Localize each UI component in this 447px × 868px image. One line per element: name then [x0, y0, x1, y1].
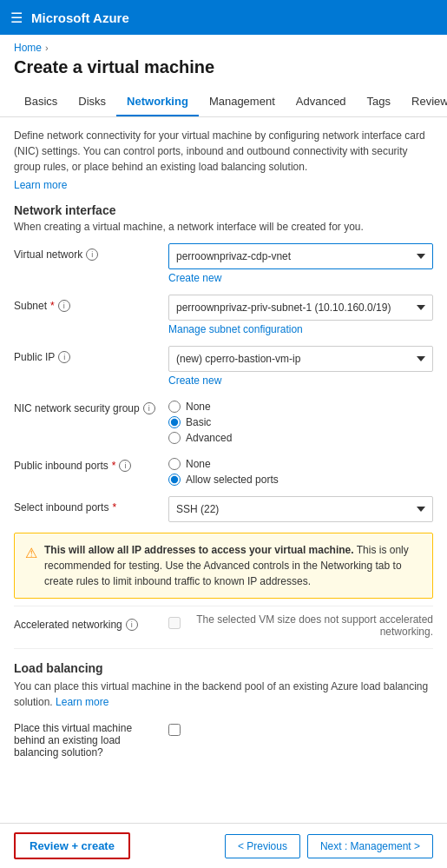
select-inbound-ports-label: Select inbound ports * [14, 496, 161, 514]
load-balancing-checkbox-control [168, 720, 181, 739]
previous-button[interactable]: < Previous [225, 834, 300, 858]
nic-nsg-basic[interactable]: Basic [168, 416, 433, 428]
warning-box: ⚠ This will allow all IP addresses to ac… [14, 533, 433, 599]
public-inbound-ports-row: Public inbound ports * i None Allow sele… [14, 454, 433, 486]
pip-info-icon[interactable]: i [119, 460, 131, 472]
accelerated-networking-row: Accelerated networking i The selected VM… [14, 613, 433, 638]
breadcrumb-separator: › [45, 43, 49, 53]
tab-review-create[interactable]: Review + create [401, 88, 447, 116]
network-interface-subtext: When creating a virtual machine, a netwo… [14, 221, 433, 233]
breadcrumb: Home › [0, 35, 447, 57]
next-button[interactable]: Next : Management > [307, 834, 433, 858]
topbar: ☰ Microsoft Azure [0, 0, 447, 35]
virtual-network-info-icon[interactable]: i [86, 248, 98, 261]
virtual-network-create-new[interactable]: Create new [168, 272, 433, 284]
app-title: Microsoft Azure [31, 10, 129, 25]
public-ip-create-new[interactable]: Create new [168, 374, 433, 387]
pip-required: * [112, 460, 116, 472]
tab-tags[interactable]: Tags [357, 88, 401, 116]
select-inbound-ports-row: Select inbound ports * SSH (22) [14, 496, 433, 522]
public-ip-row: Public IP i (new) cperro-bastion-vm-ip C… [14, 346, 433, 387]
virtual-network-control: perroownprivaz-cdp-vnet Create new [168, 243, 433, 284]
nic-nsg-label: NIC network security group i [14, 397, 161, 414]
nic-nsg-row: NIC network security group i None Basic … [14, 397, 433, 444]
nic-nsg-advanced[interactable]: Advanced [168, 432, 433, 444]
tab-disks[interactable]: Disks [68, 88, 116, 116]
accelerated-networking-control: The selected VM size does not support ac… [168, 613, 433, 638]
nav-buttons: < Previous Next : Management > [225, 834, 433, 858]
nic-nsg-radio-group: None Basic Advanced [168, 397, 433, 444]
subnet-info-icon[interactable]: i [58, 300, 70, 312]
load-balancing-checkbox[interactable] [168, 724, 181, 736]
tab-networking[interactable]: Networking [116, 88, 199, 116]
virtual-network-row: Virtual network i perroownprivaz-cdp-vne… [14, 243, 433, 284]
public-inbound-ports-control: None Allow selected ports [168, 454, 433, 486]
manage-subnet-link[interactable]: Manage subnet configuration [168, 323, 433, 335]
page-title: Create a virtual machine [0, 57, 447, 88]
bottom-bar: Review + create < Previous Next : Manage… [0, 823, 447, 868]
load-balancing-checkbox-label: Place this virtual machine behind an exi… [14, 720, 161, 759]
public-ip-control: (new) cperro-bastion-vm-ip Create new [168, 346, 433, 387]
main-content: Define network connectivity for your vir… [0, 117, 447, 821]
public-inbound-ports-radio-group: None Allow selected ports [168, 454, 433, 486]
load-balancing-checkbox-row: Place this virtual machine behind an exi… [14, 720, 433, 759]
subnet-select[interactable]: perroownprivaz-priv-subnet-1 (10.10.160.… [168, 295, 433, 321]
subnet-required: * [50, 300, 55, 312]
breadcrumb-home[interactable]: Home [14, 42, 42, 54]
pip-allow-selected[interactable]: Allow selected ports [168, 474, 433, 486]
subnet-row: Subnet * i perroownprivaz-priv-subnet-1 … [14, 295, 433, 335]
select-inbound-ports-control: SSH (22) [168, 496, 433, 522]
nic-nsg-control: None Basic Advanced [168, 397, 433, 444]
network-interface-header: Network interface [14, 203, 433, 217]
virtual-network-select[interactable]: perroownprivaz-cdp-vnet [168, 243, 433, 269]
public-inbound-ports-label: Public inbound ports * i [14, 454, 161, 472]
public-ip-label: Public IP i [14, 346, 161, 363]
load-balancing-learn-more[interactable]: Learn more [56, 696, 108, 708]
nic-nsg-info-icon[interactable]: i [143, 402, 155, 414]
public-ip-select[interactable]: (new) cperro-bastion-vm-ip [168, 346, 433, 372]
tab-navigation: Basics Disks Networking Management Advan… [0, 88, 447, 117]
sip-required: * [112, 501, 116, 514]
nic-description: Define network connectivity for your vir… [14, 128, 433, 175]
load-balancing-description: You can place this virtual machine in th… [14, 679, 433, 710]
virtual-network-label: Virtual network i [14, 243, 161, 261]
learn-more-link[interactable]: Learn more [14, 179, 67, 191]
subnet-label: Subnet * i [14, 295, 161, 312]
accelerated-networking-label: Accelerated networking i [14, 613, 161, 631]
divider-2 [14, 648, 433, 649]
load-balancing-header: Load balancing [14, 661, 433, 675]
tab-management[interactable]: Management [199, 88, 286, 116]
warning-icon: ⚠ [25, 543, 37, 589]
tab-basics[interactable]: Basics [14, 88, 68, 116]
nic-nsg-none[interactable]: None [168, 401, 433, 413]
accelerated-networking-disabled-note: The selected VM size does not support ac… [187, 613, 433, 638]
tab-advanced[interactable]: Advanced [286, 88, 357, 116]
accelerated-networking-info-icon[interactable]: i [126, 619, 138, 631]
review-create-button[interactable]: Review + create [14, 832, 130, 859]
subnet-control: perroownprivaz-priv-subnet-1 (10.10.160.… [168, 295, 433, 335]
warning-text: This will allow all IP addresses to acce… [44, 542, 422, 589]
hamburger-icon[interactable]: ☰ [10, 10, 23, 26]
select-inbound-ports-select[interactable]: SSH (22) [168, 496, 433, 522]
public-ip-info-icon[interactable]: i [58, 351, 70, 363]
pip-none[interactable]: None [168, 458, 433, 470]
accelerated-networking-checkbox[interactable] [168, 617, 181, 629]
divider-1 [14, 606, 433, 606]
